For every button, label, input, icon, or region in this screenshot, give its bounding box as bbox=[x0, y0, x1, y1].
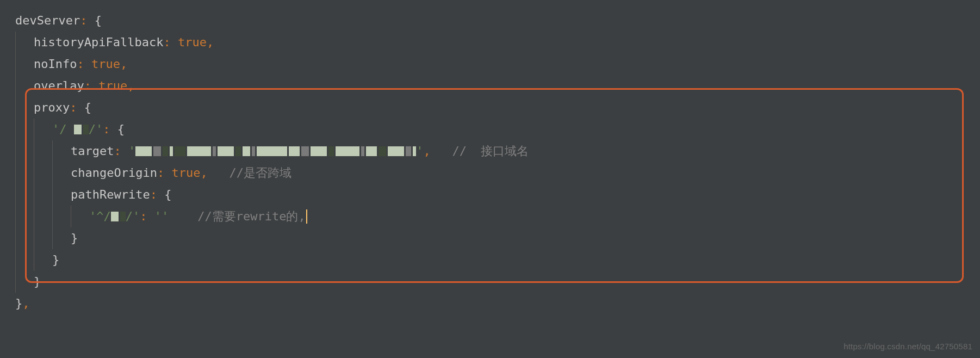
code-token-brace: } bbox=[15, 293, 22, 314]
code-token-boolean: true bbox=[91, 53, 120, 75]
code-token-property: changeOrigin bbox=[71, 162, 157, 184]
code-line: historyApiFallback: true, bbox=[15, 32, 980, 53]
code-line: }, bbox=[15, 293, 980, 314]
code-token-string: '/ bbox=[52, 119, 67, 140]
code-token-property: devServer bbox=[15, 10, 80, 32]
code-line: changeOrigin: true, //是否跨域 bbox=[15, 162, 980, 184]
code-line: } bbox=[15, 271, 980, 293]
code-token-boolean: true bbox=[98, 75, 127, 97]
code-token-boolean: true bbox=[171, 162, 200, 184]
code-line: proxy: { bbox=[15, 97, 980, 119]
code-token-comment: // 接口域名 bbox=[452, 140, 529, 162]
code-token-colon: : bbox=[80, 10, 87, 32]
code-editor[interactable]: devServer: { historyApiFallback: true, n… bbox=[0, 0, 980, 358]
code-line: '/ /': { bbox=[15, 119, 980, 140]
code-token-property: target bbox=[71, 140, 114, 162]
code-token-brace: { bbox=[95, 10, 102, 32]
code-line: overlay: true, bbox=[15, 75, 980, 97]
code-token-comment: //是否跨域 bbox=[229, 162, 291, 184]
code-line: } bbox=[15, 249, 980, 271]
code-token-property: overlay bbox=[34, 75, 84, 97]
code-token-property: proxy bbox=[34, 97, 70, 119]
code-token-brace: } bbox=[52, 249, 59, 271]
redacted-text bbox=[111, 211, 126, 223]
text-caret bbox=[306, 209, 307, 224]
code-token-property: historyApiFallback bbox=[34, 32, 163, 53]
code-token-brace: } bbox=[71, 227, 78, 249]
redacted-text bbox=[74, 124, 89, 135]
code-token-boolean: true bbox=[178, 32, 207, 53]
code-line: } bbox=[15, 227, 980, 249]
watermark-text: https://blog.csdn.net/qq_42750581 bbox=[843, 339, 972, 354]
code-line: devServer: { bbox=[15, 10, 980, 32]
code-token-property: noInfo bbox=[34, 53, 77, 75]
code-line: '^//': '' //需要rewrite的, bbox=[15, 206, 980, 227]
redacted-text bbox=[135, 145, 416, 157]
code-token-string: '^/ bbox=[89, 206, 111, 227]
code-token-property: pathRewrite bbox=[71, 184, 150, 206]
code-token-brace: } bbox=[34, 271, 41, 293]
code-line: pathRewrite: { bbox=[15, 184, 980, 206]
code-token-comment: //需要rewrite的, bbox=[197, 206, 305, 227]
code-line: noInfo: true, bbox=[15, 53, 980, 75]
code-token-string: '' bbox=[154, 206, 169, 227]
code-line: target: ' ', // 接口域名 bbox=[15, 140, 980, 162]
